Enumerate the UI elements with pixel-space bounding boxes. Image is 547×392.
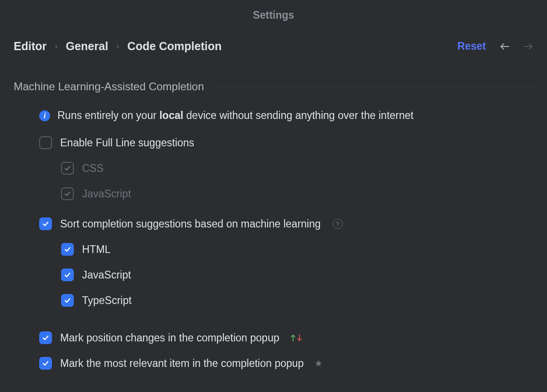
window-title: Settings xyxy=(0,0,547,21)
options-list: Enable Full Line suggestions CSS JavaScr… xyxy=(14,122,533,376)
option-label: Mark the most relevant item in the compl… xyxy=(60,357,304,370)
option-label: JavaScript xyxy=(82,269,131,281)
info-text: Runs entirely on your local device witho… xyxy=(57,109,413,122)
option-label: CSS xyxy=(82,162,103,175)
info-text-bold: local xyxy=(160,109,183,121)
checkbox-checked[interactable] xyxy=(61,294,74,307)
option-sort-ml-html[interactable]: HTML xyxy=(39,237,533,262)
option-full-line-css: CSS xyxy=(39,155,533,181)
option-mark-position[interactable]: Mark position changes in the completion … xyxy=(39,325,533,351)
section-ml-completion: Machine Learning-Assisted Completion i R… xyxy=(0,57,547,376)
position-change-icon xyxy=(290,334,302,342)
star-icon: ★ xyxy=(315,358,323,369)
checkbox-checked[interactable] xyxy=(39,331,52,344)
info-row: i Runs entirely on your local device wit… xyxy=(14,93,533,122)
reset-link[interactable]: Reset xyxy=(457,40,486,52)
option-label: Enable Full Line suggestions xyxy=(60,137,194,149)
checkbox-checked[interactable] xyxy=(39,217,52,230)
checkbox-unchecked[interactable] xyxy=(39,136,52,149)
breadcrumb-item-editor[interactable]: Editor xyxy=(14,40,46,53)
checkbox-checked[interactable] xyxy=(61,243,74,256)
option-label: Mark position changes in the completion … xyxy=(60,332,279,344)
checkbox-checked-disabled xyxy=(61,162,74,175)
back-arrow-icon[interactable] xyxy=(500,41,510,52)
checkbox-checked[interactable] xyxy=(39,357,52,370)
option-label: TypeScript xyxy=(82,294,132,307)
breadcrumb-item-general[interactable]: General xyxy=(66,40,108,53)
section-title: Machine Learning-Assisted Completion xyxy=(14,80,204,93)
option-mark-relevant[interactable]: Mark the most relevant item in the compl… xyxy=(39,351,533,376)
option-sort-ml-javascript[interactable]: JavaScript xyxy=(39,262,533,288)
info-icon: i xyxy=(39,110,50,121)
section-header: Machine Learning-Assisted Completion xyxy=(14,80,533,93)
help-icon[interactable]: ? xyxy=(333,219,343,229)
option-sort-ml-typescript[interactable]: TypeScript xyxy=(39,288,533,313)
option-enable-full-line[interactable]: Enable Full Line suggestions xyxy=(39,130,533,155)
top-actions: Reset xyxy=(457,40,533,52)
chevron-right-icon: › xyxy=(116,41,119,51)
option-label: Sort completion suggestions based on mac… xyxy=(60,218,321,230)
option-label: JavaScript xyxy=(82,188,131,200)
top-bar: Editor › General › Code Completion Reset xyxy=(0,21,547,57)
checkbox-checked[interactable] xyxy=(61,268,74,281)
info-text-pre: Runs entirely on your xyxy=(57,109,160,121)
section-divider xyxy=(213,87,533,87)
info-text-post: device without sending anything over the… xyxy=(183,109,413,121)
checkbox-checked-disabled xyxy=(61,187,74,200)
option-sort-ml[interactable]: Sort completion suggestions based on mac… xyxy=(39,211,533,237)
option-label: HTML xyxy=(82,243,111,256)
forward-arrow-icon[interactable] xyxy=(523,41,533,52)
option-full-line-javascript: JavaScript xyxy=(39,181,533,206)
breadcrumb: Editor › General › Code Completion xyxy=(14,40,222,53)
breadcrumb-item-code-completion[interactable]: Code Completion xyxy=(127,40,222,53)
chevron-right-icon: › xyxy=(55,41,57,51)
